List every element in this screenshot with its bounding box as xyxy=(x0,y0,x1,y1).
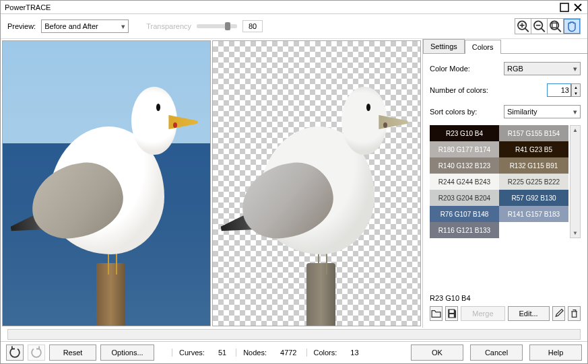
zoom-tools xyxy=(515,18,581,34)
save-palette-button[interactable] xyxy=(445,306,458,321)
tab-settings[interactable]: Settings xyxy=(423,39,465,53)
tab-colors[interactable]: Colors xyxy=(465,40,501,54)
svg-rect-5 xyxy=(450,310,454,313)
color-swatch[interactable]: R116 G121 B133 xyxy=(430,222,499,238)
window-title: PowerTRACE xyxy=(5,3,556,11)
titlebar: PowerTRACE xyxy=(1,1,587,14)
color-swatch[interactable]: R244 G244 B243 xyxy=(430,174,499,190)
color-picker-button[interactable] xyxy=(552,306,565,321)
close-icon[interactable] xyxy=(573,2,583,13)
ok-button[interactable]: OK xyxy=(411,344,463,361)
num-colors-spinner[interactable]: ▲▼ xyxy=(571,83,581,97)
curves-value: 51 xyxy=(218,349,226,357)
nodes-value: 4772 xyxy=(280,349,296,357)
curves-label: Curves: xyxy=(179,349,205,357)
help-label: Help xyxy=(548,349,564,357)
tab-panel-colors: Color Mode: RGB Number of colors: ▲▼ Sor… xyxy=(423,53,587,328)
main-area: Settings Colors Color Mode: RGB Number o… xyxy=(1,39,587,328)
spinner-down-icon[interactable]: ▼ xyxy=(572,90,580,96)
traced-image-panel[interactable] xyxy=(212,40,421,326)
edit-color-button[interactable]: Edit... xyxy=(508,306,550,321)
footer: Reset Options... Curves:51 Nodes:4772 Co… xyxy=(1,341,587,363)
colors-grid: R23 G10 B4R157 G155 B154R180 G177 B174R4… xyxy=(430,125,581,238)
maximize-icon[interactable] xyxy=(559,2,570,13)
cancel-label: Cancel xyxy=(485,349,508,357)
color-swatch[interactable]: R141 G157 B183 xyxy=(499,206,568,222)
options-label: Options... xyxy=(111,349,143,357)
preview-label: Preview: xyxy=(7,22,36,30)
color-swatch[interactable]: R76 G107 B148 xyxy=(430,206,499,222)
color-swatch[interactable]: R180 G177 B174 xyxy=(430,141,499,157)
color-swatch[interactable]: R140 G132 B123 xyxy=(430,157,499,174)
sort-colors-value: Similarity xyxy=(507,108,537,116)
preview-pane xyxy=(1,39,422,328)
svg-point-3 xyxy=(550,21,558,29)
undo-button[interactable] xyxy=(6,344,24,361)
nodes-label: Nodes: xyxy=(243,349,267,357)
help-button[interactable]: Help xyxy=(529,344,582,361)
transparency-slider[interactable] xyxy=(197,24,237,28)
color-swatch[interactable]: R23 G10 B4 xyxy=(430,125,499,141)
transparency-label: Transparency xyxy=(146,22,191,30)
stats-bar: Curves:51 Nodes:4772 Colors:13 xyxy=(172,349,367,357)
svg-rect-6 xyxy=(450,314,454,317)
num-colors-input[interactable] xyxy=(547,83,571,97)
open-palette-button[interactable] xyxy=(430,306,443,321)
color-mode-value: RGB xyxy=(507,65,523,73)
color-swatch[interactable]: R41 G23 B5 xyxy=(499,141,568,157)
zoom-out-icon[interactable] xyxy=(531,19,548,34)
colors-value: 13 xyxy=(350,349,358,357)
colors-label: Colors: xyxy=(314,349,337,357)
spinner-up-icon[interactable]: ▲ xyxy=(572,84,580,90)
merge-label: Merge xyxy=(472,310,493,318)
reset-button[interactable]: Reset xyxy=(49,344,96,361)
svg-rect-0 xyxy=(560,3,568,11)
color-swatch[interactable]: R203 G204 B204 xyxy=(430,190,499,206)
selected-color-label: R23 G10 B4 xyxy=(430,281,581,302)
ok-label: OK xyxy=(432,349,443,357)
color-swatch[interactable]: R132 G115 B91 xyxy=(499,157,568,174)
tabs: Settings Colors xyxy=(423,39,587,53)
color-mode-dropdown[interactable]: RGB xyxy=(504,62,581,75)
color-swatch[interactable]: R57 G92 B130 xyxy=(499,190,568,206)
color-swatch[interactable]: R157 G155 B154 xyxy=(499,125,568,141)
toolbar: Preview: Before and After Transparency xyxy=(1,14,587,39)
options-button[interactable]: Options... xyxy=(100,344,154,361)
right-panel: Settings Colors Color Mode: RGB Number o… xyxy=(422,39,587,328)
transparency-input[interactable] xyxy=(242,20,263,32)
color-panel-tools: Merge Edit... xyxy=(430,306,581,321)
scroll-down-icon[interactable]: ▼ xyxy=(573,230,578,236)
edit-label: Edit... xyxy=(519,310,538,318)
sort-colors-label: Sort colors by: xyxy=(430,108,504,116)
preview-mode-value: Before and After xyxy=(44,22,98,30)
svg-rect-4 xyxy=(552,23,557,28)
scroll-up-icon[interactable]: ▲ xyxy=(573,127,578,133)
original-image-panel[interactable] xyxy=(2,40,211,326)
reset-label: Reset xyxy=(63,349,83,357)
sort-colors-dropdown[interactable]: Similarity xyxy=(504,105,581,118)
cancel-button[interactable]: Cancel xyxy=(470,344,523,361)
horizontal-scrollbar[interactable] xyxy=(7,329,581,340)
merge-button[interactable]: Merge xyxy=(461,306,504,321)
num-colors-label: Number of colors: xyxy=(430,86,547,94)
colors-scrollbar[interactable]: ▲ ▼ xyxy=(570,125,581,238)
delete-color-button[interactable] xyxy=(568,306,581,321)
zoom-fit-icon[interactable] xyxy=(548,19,564,34)
redo-button[interactable] xyxy=(28,344,45,361)
color-mode-label: Color Mode: xyxy=(430,65,504,73)
preview-mode-dropdown[interactable]: Before and After xyxy=(41,20,129,33)
pan-hand-icon[interactable] xyxy=(564,19,580,34)
color-swatch[interactable]: R225 G225 B222 xyxy=(499,174,568,190)
zoom-in-icon[interactable] xyxy=(515,19,531,34)
